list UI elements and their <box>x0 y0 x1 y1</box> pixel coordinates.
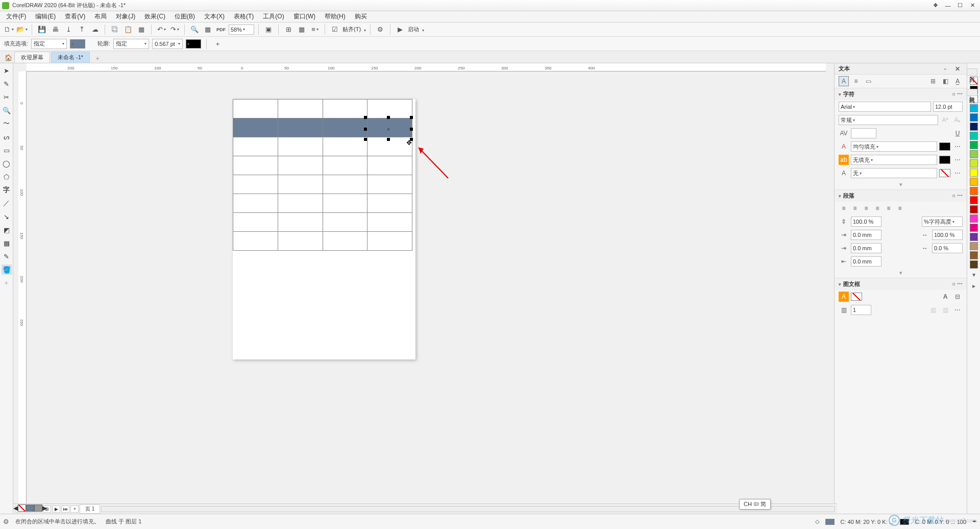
shape-tool[interactable]: ✎ <box>2 79 12 89</box>
mini-swatch[interactable] <box>26 504 34 512</box>
menu-object[interactable]: 对象(J) <box>112 11 139 22</box>
swatch[interactable] <box>970 169 978 177</box>
swatch[interactable] <box>970 178 978 186</box>
swatch[interactable] <box>970 260 978 269</box>
pick-tool[interactable]: ➤ <box>2 65 12 76</box>
table-insert-button[interactable]: ▦ <box>202 24 213 35</box>
import-button[interactable]: ⤓ <box>63 24 74 35</box>
guides-button[interactable]: ⊞ <box>283 24 294 35</box>
frame-nofill-icon[interactable] <box>851 293 862 301</box>
section-character[interactable]: 字符○ ⋯ <box>835 88 967 100</box>
menu-bitmap[interactable]: 位图(B) <box>170 11 199 22</box>
paste-button[interactable]: 📋 <box>122 24 134 35</box>
export-button[interactable]: ⤒ <box>76 24 87 35</box>
swatch[interactable] <box>970 104 978 112</box>
status-gear-icon[interactable]: ⚙ <box>3 518 9 525</box>
parallel-tool[interactable]: ／ <box>2 198 12 208</box>
char-fill-dropdown[interactable]: 均匀填充 <box>851 141 937 152</box>
shadow-tool[interactable]: ◩ <box>2 225 12 235</box>
align-none-icon[interactable]: ≡ <box>895 203 905 213</box>
save-button[interactable]: 💾 <box>36 24 47 35</box>
snap-options-button[interactable]: ≡ <box>309 24 321 35</box>
rectangle-tool[interactable]: ▭ <box>2 145 12 155</box>
publish-button[interactable]: ☁ <box>89 24 101 35</box>
close-button[interactable]: ✕ <box>967 2 978 10</box>
docker-close-icon[interactable]: ✕ <box>952 64 963 74</box>
search-button[interactable]: 🔍 <box>189 24 200 35</box>
fill-mode-dropdown[interactable]: 指定 <box>31 39 67 49</box>
smallcaps-icon[interactable]: Aₐ <box>952 115 963 125</box>
fill-tool[interactable]: 🪣 <box>2 264 12 275</box>
swatch[interactable] <box>970 196 978 204</box>
char-bg-dropdown[interactable]: 无填充 <box>851 155 937 165</box>
swatch[interactable] <box>970 113 978 122</box>
frame-text-icon[interactable]: A <box>940 292 950 302</box>
align-left-icon[interactable]: ≡ <box>839 203 849 213</box>
snap-toggle-button[interactable]: ☑ <box>329 24 340 35</box>
home-tab[interactable]: 🏠 <box>2 53 14 63</box>
add-preset-button[interactable]: ＋ <box>212 38 223 50</box>
menu-tools[interactable]: 工具(O) <box>259 11 288 22</box>
char-outline-more[interactable]: ⋯ <box>952 168 963 178</box>
canvas-table[interactable] <box>233 99 412 251</box>
mini-palette-next[interactable]: ▶ <box>42 504 47 512</box>
palette-down-icon[interactable]: ▾ <box>969 270 979 280</box>
underline-icon[interactable]: U <box>952 128 963 138</box>
docker-opt1-icon[interactable]: ⊞ <box>928 76 938 86</box>
mini-swatch-none[interactable] <box>18 504 26 512</box>
freehand-tool[interactable]: 〜 <box>2 118 12 129</box>
font-family-dropdown[interactable]: Arial <box>839 102 931 112</box>
char-outline-color[interactable] <box>939 169 950 177</box>
page-new-button[interactable]: ＋ <box>70 506 79 513</box>
open-button[interactable]: 📂 <box>16 24 28 35</box>
menu-table[interactable]: 表格(T) <box>230 11 258 22</box>
launch-dropdown[interactable] <box>421 26 424 33</box>
expand-tool[interactable]: ＋ <box>2 278 12 288</box>
page-tab[interactable]: 页 1 <box>80 504 100 514</box>
menu-layout[interactable]: 布局 <box>90 11 111 22</box>
docker-undock-icon[interactable]: ▫ <box>940 64 950 74</box>
para-mode-icon[interactable]: ≡ <box>851 76 861 86</box>
caps-icon[interactable]: Aᴬ <box>940 115 950 125</box>
menu-help[interactable]: 帮助(H) <box>321 11 350 22</box>
line-mode-dropdown[interactable]: %字符高度 <box>922 217 963 227</box>
menu-edit[interactable]: 编辑(E) <box>31 11 60 22</box>
fullscreen-button[interactable]: ▣ <box>263 24 274 35</box>
polygon-tool[interactable]: ⬠ <box>2 172 12 182</box>
align-justify-icon[interactable]: ≡ <box>872 203 883 213</box>
align-right-icon[interactable]: ≡ <box>861 203 871 213</box>
swatch[interactable] <box>970 159 978 167</box>
word-spacing-input[interactable]: 0.0 % <box>932 243 963 253</box>
docker-opt2-icon[interactable]: ◧ <box>940 76 950 86</box>
mini-swatch[interactable] <box>34 504 42 512</box>
options-button[interactable]: ⚙ <box>375 24 386 35</box>
page-next-button[interactable]: ▶ <box>52 506 60 513</box>
side-tab-styles[interactable]: 对象样式 <box>967 89 977 96</box>
char-bg-more[interactable]: ⋯ <box>952 155 963 165</box>
h-scrollbar[interactable] <box>101 506 835 512</box>
snap-dropdown[interactable] <box>363 26 366 33</box>
swatch[interactable] <box>970 233 978 241</box>
ellipse-tool[interactable]: ◯ <box>2 158 12 169</box>
align-center-icon[interactable]: ≡ <box>850 203 860 213</box>
menu-file[interactable]: 文件(F) <box>2 11 30 22</box>
char-mode-icon[interactable]: A <box>839 76 849 86</box>
kerning-input[interactable] <box>851 128 876 138</box>
line-spacing-input[interactable]: 100.0 % <box>851 217 881 227</box>
grid-button[interactable]: ▦ <box>296 24 307 35</box>
font-style-dropdown[interactable]: 常规 <box>839 115 938 125</box>
outline-width-input[interactable]: 0.567 pt <box>152 39 183 49</box>
transparency-tool[interactable]: ▩ <box>2 238 12 248</box>
frame-fill-icon[interactable]: A <box>839 292 849 302</box>
char-fill-more[interactable]: ⋯ <box>952 141 963 152</box>
print-button[interactable]: 🖶 <box>50 24 61 35</box>
new-button[interactable]: 🗋 <box>3 24 14 35</box>
swatch[interactable] <box>970 95 978 103</box>
undo-button[interactable]: ↶ <box>156 24 167 35</box>
swatch[interactable] <box>970 123 978 131</box>
zoom-level[interactable]: 58% <box>229 25 254 35</box>
indent3-input[interactable]: 0.0 mm <box>851 256 881 267</box>
columns-input[interactable]: 1 <box>851 305 871 315</box>
swatch-none[interactable] <box>970 77 978 85</box>
crop-tool[interactable]: ✂ <box>2 92 12 102</box>
